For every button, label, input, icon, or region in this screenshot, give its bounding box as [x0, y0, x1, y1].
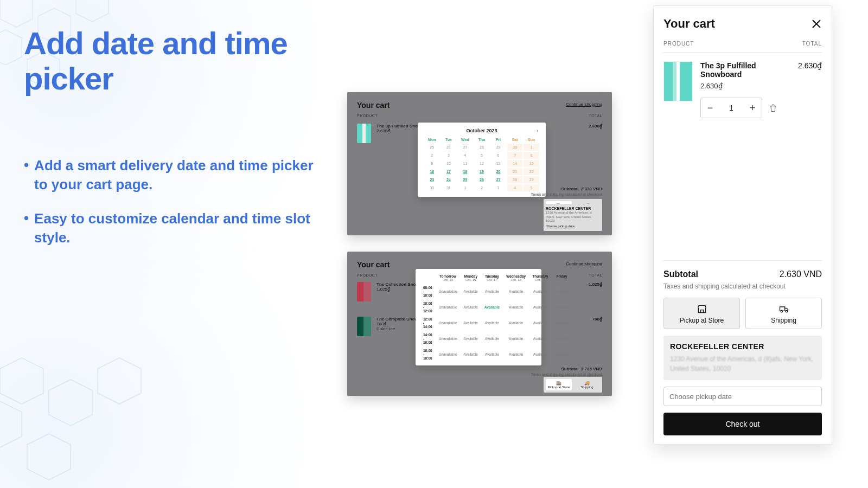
cart-drawer: Your cart PRODUCT TOTAL The 3p Fulfilled…	[653, 5, 832, 445]
item-price: 2.630₫	[700, 82, 822, 90]
drawer-title: Your cart	[663, 17, 715, 31]
bullet-1: Add a smart delivery date and time picke…	[34, 156, 328, 194]
delivery-method-toggle[interactable]: 🏬Pickup at Store 🚚Shipping	[544, 377, 602, 393]
truck-icon	[749, 304, 818, 314]
cart-title: Your cart	[357, 101, 602, 110]
continue-shopping-link[interactable]: Continue shopping	[566, 261, 602, 266]
location-address: 1230 Avenue of the Americas, d (8)afs, N…	[670, 354, 815, 374]
pickup-date-input[interactable]	[663, 387, 822, 406]
close-icon[interactable]	[811, 18, 822, 29]
shipping-button[interactable]: Shipping	[745, 298, 822, 329]
calendar-month: October 2023 ›	[424, 128, 539, 133]
product-thumb	[357, 124, 371, 143]
location-name: ROCKEFELLER CENTER	[670, 342, 815, 351]
pickup-at-store-button[interactable]: Pickup at Store	[663, 298, 740, 329]
qty-decrement[interactable]: −	[701, 98, 719, 118]
svg-marker-5	[0, 358, 43, 404]
item-name: The 3p Fulfilled Snowboard	[700, 61, 794, 79]
pickup-location-card[interactable]: ROCKEFELLER CENTER 1230 Avenue of the Am…	[663, 336, 822, 380]
store-icon	[667, 304, 736, 314]
svg-marker-9	[27, 434, 71, 480]
subtotal-value: 2.630 VND	[780, 269, 822, 279]
cart-title: Your cart	[357, 260, 602, 269]
checkout-button[interactable]: Check out	[663, 413, 822, 435]
trash-icon[interactable]	[769, 104, 777, 112]
product-thumb	[663, 61, 693, 101]
qty-increment[interactable]: +	[743, 98, 762, 118]
svg-marker-6	[49, 380, 92, 426]
line-total: 1.025₫	[589, 282, 602, 287]
pickup-location: ROCKEFELLER CENTER 1230 Avenue of the Am…	[544, 204, 602, 231]
continue-shopping-link[interactable]: Continue shopping	[566, 102, 602, 107]
svg-marker-3	[76, 0, 108, 22]
demo-calendar-screenshot: Your cart Continue shopping PRODUCTTOTAL…	[347, 92, 612, 235]
chevron-right-icon[interactable]: ›	[537, 128, 538, 133]
demo-timeslot-screenshot: Your cart Continue shopping PRODUCTTOTAL…	[347, 252, 612, 396]
line-total: 2.630₫	[589, 124, 602, 129]
timeslot-grid[interactable]: TomorrowOct, 15MondayOct, 16TuesdayOct, …	[420, 272, 572, 362]
tax-note: Taxes and shipping calculated at checkou…	[663, 282, 822, 290]
svg-marker-2	[0, 30, 22, 65]
qty-input[interactable]	[719, 98, 743, 118]
quantity-stepper[interactable]: − +	[700, 98, 762, 118]
bullet-2: Easy to customize calendar and time slot…	[34, 209, 328, 247]
headline: Add date and time picker	[24, 26, 328, 97]
svg-marker-0	[0, 0, 33, 27]
col-product: PRODUCT	[663, 41, 694, 47]
product-thumb	[357, 317, 371, 336]
product-thumb	[357, 282, 371, 301]
line-total: 700₫	[592, 317, 602, 322]
svg-marker-7	[0, 401, 22, 447]
line-total: 2.630₫	[798, 61, 822, 79]
calendar-grid[interactable]: MonTueWedThuFriSatSun2526272829301234567…	[424, 137, 539, 191]
svg-marker-8	[98, 358, 141, 404]
subtotal-label: Subtotal	[663, 269, 698, 279]
col-total: TOTAL	[802, 41, 822, 47]
